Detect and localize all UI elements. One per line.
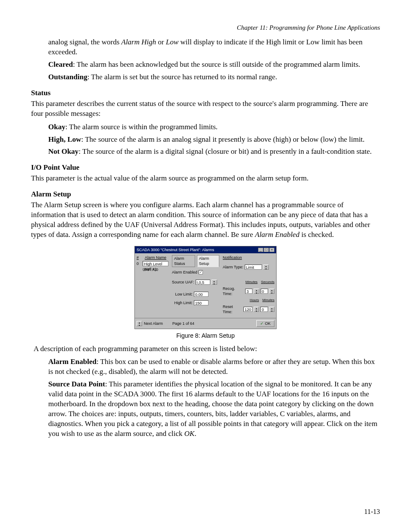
term-okay: Okay	[48, 123, 65, 131]
maximize-icon[interactable]: □	[264, 248, 269, 252]
intro-pre: analog signal, the words	[48, 38, 121, 46]
intro-mid: or	[156, 38, 166, 46]
tab-alarm-setup[interactable]: Alarm Setup	[197, 255, 219, 267]
minimize-icon[interactable]: _	[258, 248, 263, 252]
heading-io: I/O Point Value	[31, 163, 380, 173]
figure-caption: Figure 8: Alarm Setup	[31, 332, 380, 340]
heading-status: Status	[31, 88, 380, 98]
reset-m-spinner[interactable]	[269, 307, 274, 312]
desc-intro: A description of each programming parame…	[34, 344, 380, 354]
label-alarm-type: Alarm Type:	[223, 264, 243, 270]
hdr-seconds: Seconds	[261, 280, 274, 285]
label-recog: Recog. Time:	[223, 286, 244, 296]
source-uaf-input[interactable]: I,0,5	[196, 280, 210, 285]
def-cleared: Cleared: The alarm has been acknowledged…	[48, 60, 380, 70]
term-highlow: High, Low	[48, 135, 81, 143]
def-notokay: Not Okay: The source of the alarm is a d…	[48, 147, 380, 157]
alarm-type-select[interactable]: Limit	[245, 264, 262, 270]
io-text: This parameter is the actual value of th…	[31, 174, 380, 184]
check-icon: ✓	[260, 321, 264, 326]
source-uaf-dropdown-icon[interactable]	[212, 280, 217, 285]
term-outstanding: Outstanding	[48, 73, 87, 81]
text-sdp-em: OK	[184, 429, 195, 438]
def-outstanding: Outstanding: The alarm is set but the so…	[48, 72, 380, 82]
text-outstanding: : The alarm is set but the source has re…	[87, 73, 277, 81]
screenshot-figure: SCADA 3000 "Chestnut Street Plant": Alar…	[134, 246, 277, 329]
recog-sec-spinner[interactable]	[269, 289, 274, 294]
intro-line: analog signal, the words Alarm High or L…	[48, 37, 380, 57]
ok-label: OK	[265, 321, 271, 326]
def-alarm-enabled: Alarm Enabled: This box can be used to e…	[48, 357, 380, 377]
text-highlow: : The source of the alarm is an analog s…	[81, 135, 365, 143]
row-no: 0	[137, 261, 143, 266]
recog-min-input[interactable]: 3	[245, 289, 252, 294]
alarm-list-panel: # Alarm Name 0 High Level Well #1 UAF: A…	[135, 253, 170, 317]
recog-min-spinner[interactable]	[254, 289, 259, 294]
alarm-enabled-checkbox[interactable]: ✓	[199, 270, 203, 274]
heading-alarm-setup: Alarm Setup	[31, 190, 380, 199]
alarm-text-post: is checked.	[299, 230, 334, 239]
alarm-name-input[interactable]: High Level Well #1	[143, 261, 168, 266]
next-alarm-label: Next Alarm	[144, 321, 163, 326]
label-low-limit: Low Limit:	[172, 292, 193, 297]
label-alarm-enabled: Alarm Enabled	[172, 270, 197, 275]
text-notokay: : The source of the alarm is a digital s…	[78, 147, 371, 156]
hdr-minutes: Minutes	[246, 280, 258, 285]
reset-m-input[interactable]: 0	[260, 307, 268, 312]
text-enabled: : This box can be used to enable or disa…	[48, 358, 375, 376]
col-no: #	[137, 255, 143, 260]
reset-h-spinner[interactable]	[254, 307, 259, 312]
notification-header: Notification	[223, 255, 274, 260]
label-source-uaf: Source UAF:	[172, 280, 194, 285]
term-enabled: Alarm Enabled	[48, 358, 97, 366]
text-sdp-post: .	[194, 429, 196, 438]
low-limit-input[interactable]: 0.00	[194, 292, 209, 297]
intro-em2: Low	[166, 38, 178, 46]
term-notokay: Not Okay	[48, 147, 78, 156]
def-highlow: High, Low: The source of the alarm is an…	[48, 135, 380, 145]
close-icon[interactable]: ×	[269, 248, 274, 252]
def-okay: Okay: The alarm source is within the pro…	[48, 122, 380, 132]
ok-button[interactable]: ✓ OK	[256, 320, 274, 327]
running-header: Chapter 11: Programming for Phone Line A…	[31, 24, 380, 31]
col-name: Alarm Name	[143, 255, 168, 260]
tab-alarm-status[interactable]: Alarm Status	[172, 255, 195, 267]
text-cleared: : The alarm has been acknowledged but th…	[73, 60, 360, 68]
def-sdp: Source Data Point: This parameter identi…	[48, 380, 380, 439]
titlebar[interactable]: SCADA 3000 "Chestnut Street Plant": Alar…	[135, 246, 276, 253]
high-limit-input[interactable]: 150	[194, 300, 209, 305]
alarm-text-em: Alarm Enabled	[255, 230, 299, 239]
status-text: This parameter describes the current sta…	[31, 99, 380, 119]
intro-em1: Alarm High	[121, 38, 156, 46]
hdr-minutes-2: Minutes	[262, 298, 274, 303]
hdr-hours: Hours	[250, 298, 259, 303]
next-alarm-spinner[interactable]	[137, 321, 142, 326]
recog-sec-input[interactable]: 0	[261, 289, 268, 294]
window-title: SCADA 3000 "Chestnut Street Plant": Alar…	[137, 247, 214, 252]
label-high-limit: High Limit:	[172, 300, 193, 305]
page-number: 11-13	[364, 508, 380, 516]
term-sdp: Source Data Point	[48, 380, 105, 388]
term-cleared: Cleared	[48, 60, 73, 68]
alarm-setup-text: The Alarm Setup screen is where you conf…	[31, 200, 380, 240]
alarm-type-dropdown-icon[interactable]	[263, 264, 269, 270]
page-indicator: Page 1 of 64	[172, 321, 194, 326]
reset-h-input[interactable]: 120	[243, 307, 252, 312]
label-reset: Reset Time:	[223, 304, 242, 314]
window: SCADA 3000 "Chestnut Street Plant": Alar…	[134, 246, 277, 329]
row-uaf: UAF: A,0	[137, 267, 168, 272]
text-sdp-pre: : This parameter identifies the physical…	[48, 380, 377, 438]
text-okay: : The alarm source is within the program…	[65, 123, 218, 131]
